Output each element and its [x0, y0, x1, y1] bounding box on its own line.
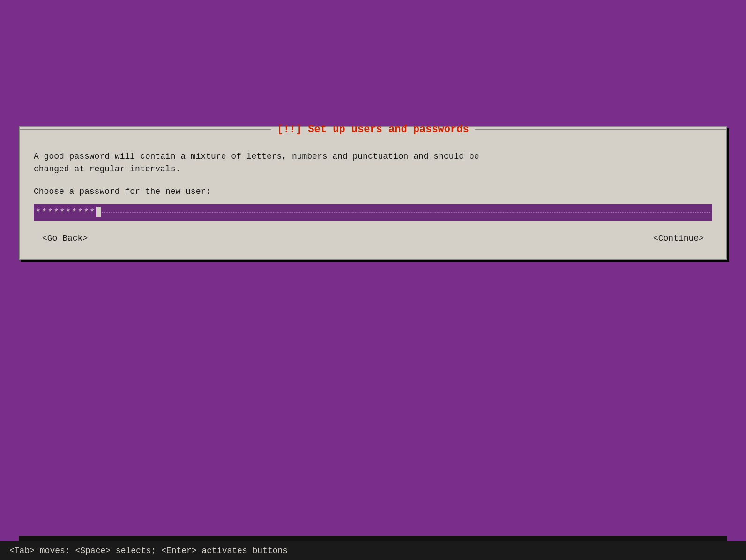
bottom-help-text: <Tab> moves; <Space> selects; <Enter> ac…: [9, 546, 288, 555]
password-value: **********: [36, 207, 96, 217]
title-line-right: [475, 129, 726, 130]
button-row: <Go Back> <Continue>: [34, 232, 712, 245]
main-screen: [!!] Set up users and passwords A good p…: [0, 0, 746, 560]
description-text: A good password will contain a mixture o…: [34, 150, 712, 176]
dialog-box: [!!] Set up users and passwords A good p…: [19, 126, 727, 260]
fill-line: [102, 212, 710, 213]
cursor: [96, 207, 101, 217]
dialog-title-bar: [!!] Set up users and passwords: [20, 121, 726, 138]
password-field[interactable]: **********: [34, 204, 712, 221]
dialog-title: [!!] Set up users and passwords: [271, 124, 474, 135]
black-bar: [19, 536, 727, 541]
description-line2: changed at regular intervals.: [34, 164, 180, 174]
go-back-button[interactable]: <Go Back>: [38, 232, 91, 245]
continue-button[interactable]: <Continue>: [649, 232, 708, 245]
prompt-text: Choose a password for the new user:: [34, 187, 712, 196]
title-line-left: [20, 129, 271, 130]
dialog-body: A good password will contain a mixture o…: [20, 141, 726, 259]
bottom-help-bar: <Tab> moves; <Space> selects; <Enter> ac…: [0, 541, 746, 560]
description-line1: A good password will contain a mixture o…: [34, 152, 479, 161]
